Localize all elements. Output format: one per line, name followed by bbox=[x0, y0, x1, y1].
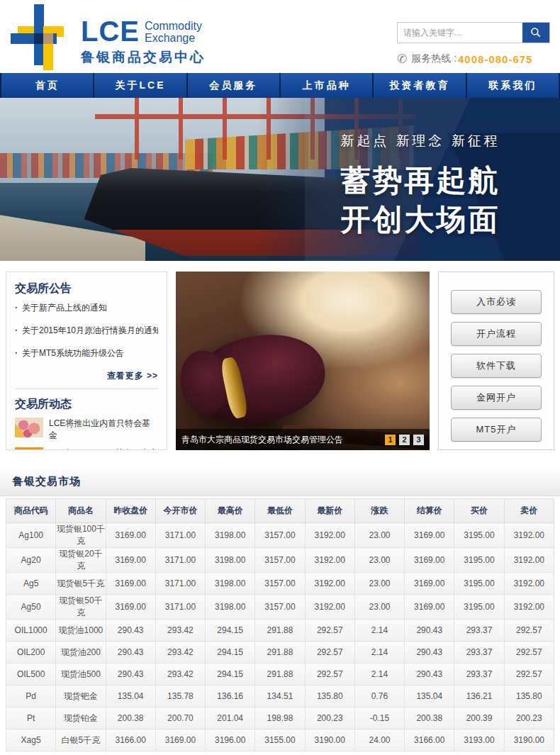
hotline-label: 服务热线 : bbox=[411, 52, 457, 65]
nav-item[interactable]: 关于LCE bbox=[94, 73, 186, 98]
cell-product-name: 现货银20千克 bbox=[56, 548, 106, 573]
cell-low: 291.88 bbox=[255, 664, 305, 686]
announcements-more-link[interactable]: 查看更多 >> bbox=[15, 370, 158, 382]
cell-open: 3171.00 bbox=[155, 573, 205, 595]
cell-change: 0.76 bbox=[354, 686, 404, 708]
cell-high: 136.16 bbox=[206, 686, 255, 708]
cell-latest: 292.57 bbox=[305, 642, 354, 664]
cell-open: 135.78 bbox=[155, 686, 205, 708]
market-section-title: 鲁银交易市场 bbox=[13, 475, 81, 488]
panel-divider bbox=[15, 388, 158, 389]
content-row: 交易所公告 关于新产品上线的通知 关于2015年10月原油行情换月的通知 关于M… bbox=[6, 272, 554, 450]
cell-high: 294.15 bbox=[206, 642, 255, 664]
cell-ask: 200.23 bbox=[504, 708, 554, 729]
cell-product-code: Ag50 bbox=[6, 595, 56, 620]
quick-link-button[interactable]: MT5开户 bbox=[451, 418, 542, 442]
cell-low: 3157.00 bbox=[255, 523, 305, 548]
cell-prev-close: 200.38 bbox=[106, 708, 155, 729]
quick-link-button[interactable]: 开户流程 bbox=[451, 322, 542, 346]
cell-change: -0.15 bbox=[354, 708, 404, 729]
column-header: 卖价 bbox=[504, 499, 554, 523]
cell-latest: 3192.00 bbox=[305, 523, 354, 548]
news-carousel[interactable]: 青岛市大宗商品现货交易市场交易管理公告 1 2 3 bbox=[176, 272, 430, 450]
cell-bid: 3193.00 bbox=[454, 729, 504, 751]
banner-title-line2: 开创大场面 bbox=[325, 201, 516, 240]
quick-link-button[interactable]: 金网开户 bbox=[451, 386, 542, 410]
cell-low: 198.98 bbox=[255, 708, 305, 729]
carousel-pager: 1 2 3 bbox=[381, 435, 424, 445]
cell-high: 3198.00 bbox=[206, 595, 255, 620]
hotline-number: 4008-080-675 bbox=[458, 53, 532, 65]
carousel-page-button[interactable]: 1 bbox=[385, 435, 396, 445]
column-header: 今开市价 bbox=[155, 499, 205, 523]
cell-prev-close: 3166.00 bbox=[106, 729, 155, 751]
cell-product-code: OIL200 bbox=[6, 642, 56, 664]
cell-bid: 293.37 bbox=[454, 620, 504, 642]
cell-product-code: Pt bbox=[6, 708, 56, 729]
column-header: 最高价 bbox=[206, 499, 255, 523]
announcement-link[interactable]: 关于MT5系统功能升级公告 bbox=[15, 347, 158, 359]
carousel-page-button[interactable]: 2 bbox=[399, 435, 410, 445]
cell-latest: 3190.00 bbox=[305, 729, 354, 751]
column-header: 昨收盘价 bbox=[106, 499, 155, 523]
logo-exchange-text: Exchange bbox=[145, 32, 202, 44]
cell-low: 134.51 bbox=[255, 686, 305, 708]
nav-item[interactable]: 会员服务 bbox=[188, 73, 279, 98]
cell-latest: 3192.00 bbox=[305, 548, 354, 573]
cell-product-code: OIL500 bbox=[6, 664, 56, 686]
cell-ask: 135.80 bbox=[504, 686, 554, 708]
cell-change: 24.00 bbox=[354, 729, 404, 751]
cell-change: 2.14 bbox=[354, 642, 404, 664]
news-link[interactable]: Bloomberg LCE与Bloomberg就合作事宜达成初步意向 bbox=[15, 447, 158, 450]
banner-title-line1: 蓄势再起航 bbox=[325, 162, 516, 201]
banner-slogan: 新起点 新理念 新征程 蓄势再起航 开创大场面 bbox=[325, 132, 516, 239]
search-button[interactable] bbox=[522, 23, 549, 43]
cell-high: 3196.00 bbox=[206, 729, 255, 751]
cell-prev-close: 3169.00 bbox=[106, 595, 155, 620]
cell-change: 2.14 bbox=[354, 620, 404, 642]
quick-links-panel: 入市必读 开户流程 软件下载 金网开户 MT5开户 bbox=[438, 272, 554, 450]
phone-icon: ✆ bbox=[397, 53, 407, 65]
cell-product-code: Ag100 bbox=[6, 523, 56, 548]
cell-product-name: 现货钯金 bbox=[56, 686, 106, 708]
cell-low: 3155.00 bbox=[255, 729, 305, 751]
quick-link-button[interactable]: 入市必读 bbox=[451, 290, 542, 314]
cell-prev-close: 3169.00 bbox=[106, 523, 155, 548]
logo-lce-text: LCE bbox=[81, 18, 140, 44]
cell-open: 3171.00 bbox=[155, 523, 205, 548]
column-header: 商品代码 bbox=[6, 499, 56, 523]
cell-low: 3157.00 bbox=[255, 548, 305, 573]
cell-open: 293.42 bbox=[155, 664, 205, 686]
announcement-link[interactable]: 关于新产品上线的通知 bbox=[15, 302, 158, 314]
main-nav: 首页 关于LCE 会员服务 上市品种 投资者教育 联系我们 bbox=[0, 73, 560, 98]
nav-item[interactable]: 投资者教育 bbox=[374, 73, 465, 98]
cell-latest: 292.57 bbox=[305, 620, 354, 642]
quick-link-button[interactable]: 软件下载 bbox=[451, 354, 542, 378]
cell-ask: 3190.00 bbox=[504, 729, 554, 751]
cell-ask: 292.57 bbox=[504, 642, 554, 664]
announcement-link[interactable]: 关于2015年10月原油行情换月的通知 bbox=[15, 325, 158, 337]
site-logo[interactable]: LCE Commodity Exchange 鲁银商品交易中心 bbox=[9, 3, 206, 70]
search-input[interactable] bbox=[398, 23, 522, 43]
cell-latest: 200.23 bbox=[305, 708, 354, 729]
nav-item[interactable]: 上市品种 bbox=[281, 73, 372, 98]
column-header: 买价 bbox=[454, 499, 504, 523]
nav-item[interactable]: 首页 bbox=[1, 73, 93, 98]
cell-product-name: 现货油1000 bbox=[56, 620, 106, 642]
nav-item[interactable]: 联系我们 bbox=[467, 73, 559, 98]
logo-commodity-text: Commodity bbox=[145, 20, 202, 32]
cell-open: 293.42 bbox=[155, 642, 205, 664]
cell-prev-close: 3169.00 bbox=[106, 548, 155, 573]
news-link[interactable]: LCE将推出业内首只特会基金 bbox=[15, 418, 158, 442]
site-header: LCE Commodity Exchange 鲁银商品交易中心 bbox=[0, 0, 560, 73]
carousel-page-button[interactable]: 3 bbox=[413, 435, 424, 445]
cell-settlement: 200.38 bbox=[405, 708, 454, 729]
lce-homepage: LCE Commodity Exchange 鲁银商品交易中心 bbox=[0, 0, 560, 751]
hero-banner: 新起点 新理念 新征程 蓄势再起航 开创大场面 bbox=[0, 98, 560, 261]
cell-ask: 3192.00 bbox=[504, 523, 554, 548]
cell-high: 294.15 bbox=[206, 664, 255, 686]
cell-product-name: 现货银100千克 bbox=[56, 523, 106, 548]
table-row: Xag5 白银5千克 3166.00 3169.00 3196.00 3155.… bbox=[6, 729, 554, 751]
cell-ask: 3192.00 bbox=[504, 548, 554, 573]
cell-product-name: 现货银50千克 bbox=[56, 595, 106, 620]
